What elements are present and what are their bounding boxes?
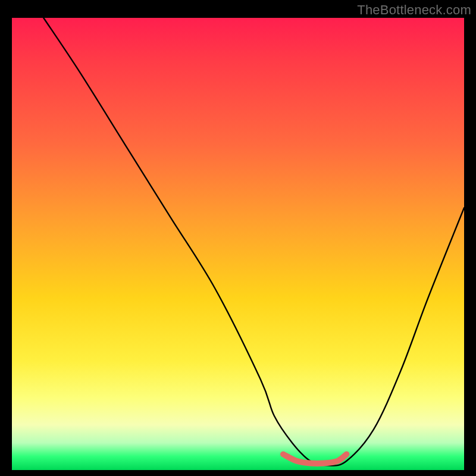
- chart-frame: [12, 18, 464, 470]
- chart-svg: [12, 18, 464, 470]
- optimal-range-line: [283, 454, 346, 464]
- watermark-text: TheBottleneck.com: [357, 2, 471, 18]
- bottleneck-curve-line: [43, 18, 464, 466]
